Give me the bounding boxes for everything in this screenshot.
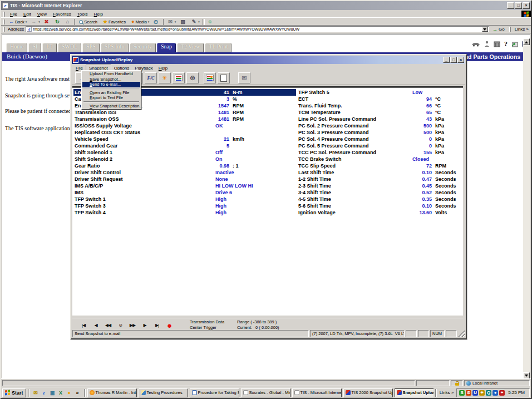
play-button[interactable]: ⊙ xyxy=(115,321,126,329)
toolbar-separator[interactable] xyxy=(203,19,205,25)
menu-separator[interactable] xyxy=(82,87,140,90)
units-fc-toggle-icon[interactable]: F/C xyxy=(145,72,157,83)
step-forward-button[interactable]: ▶ xyxy=(139,321,150,329)
table-row[interactable]: Vehicle Speed 21 km/h xyxy=(73,136,296,142)
tray-icon-3[interactable]: U xyxy=(472,390,478,396)
toolbar-grip[interactable] xyxy=(3,19,5,24)
tis-tab[interactable]: SWDL xyxy=(58,43,81,52)
menu[interactable]: File xyxy=(7,11,20,17)
start-button[interactable]: Start xyxy=(2,388,26,397)
toolbar-grip[interactable] xyxy=(509,27,511,32)
table-row[interactable]: Line PC Sol. Pressure Command 43 kPa xyxy=(297,116,464,122)
table-row[interactable]: Driver Shift Request None xyxy=(73,176,296,183)
menu[interactable]: Edit xyxy=(21,11,34,17)
wheel-icon[interactable]: ⊛ xyxy=(186,72,199,83)
page-scrollbar[interactable] xyxy=(523,38,530,378)
links-toolbar[interactable]: Links » xyxy=(514,27,530,32)
task-tis2000-snapshot[interactable]: TIS 2000 Snapshot Uplo... xyxy=(343,388,393,397)
tis-tab[interactable]: SPS xyxy=(82,43,100,52)
menu[interactable]: Favorites xyxy=(50,11,74,17)
go-button[interactable]: → Go xyxy=(491,27,506,32)
table-row[interactable]: Replicated OSS CKT Status xyxy=(73,129,296,136)
address-combobox[interactable]: e xyxy=(26,26,489,32)
task-tis-ie[interactable]: TIS - Microsoft Internet ... xyxy=(292,388,342,397)
graph-icon[interactable] xyxy=(173,72,185,83)
task-socrates[interactable]: Socrates - Global - Micro... xyxy=(241,388,290,397)
tray-icon-6[interactable]: ● xyxy=(492,390,498,396)
table-row[interactable]: 3-4 Shift Time 0.52 Seconds xyxy=(297,189,464,196)
toolbar-separator[interactable] xyxy=(163,19,165,25)
tis-tab[interactable]: TL Print xyxy=(205,43,231,52)
restore-button[interactable]: □ xyxy=(515,2,522,9)
table-row[interactable]: PC Sol. 2 Pressure Command 500 kPa xyxy=(297,122,464,129)
tis-tab[interactable]: SI xyxy=(28,43,41,52)
step-back-button[interactable]: ◀ xyxy=(90,321,101,329)
seek-end-button[interactable]: ▶| xyxy=(151,321,162,329)
export-window-icon[interactable] xyxy=(511,41,518,47)
table-row[interactable]: TCM Temperature 65 °C xyxy=(297,109,464,116)
task-snapshot-upload[interactable]: Snapshot Upload/Re... xyxy=(395,388,434,397)
scroll-up-button[interactable] xyxy=(523,38,530,45)
quick-launch-excel[interactable]: X xyxy=(58,390,64,396)
scroll-down-button[interactable] xyxy=(523,372,530,378)
quick-launch-app[interactable]: ● xyxy=(66,390,72,396)
blank-box-icon[interactable] xyxy=(218,72,230,83)
home-button[interactable]: ⌂ xyxy=(65,18,73,25)
back-button[interactable]: ←Back▾ xyxy=(7,18,28,25)
search-button[interactable]: Search xyxy=(77,18,100,25)
table-row[interactable]: IMS Drive 6 xyxy=(73,189,296,196)
links-toolbar[interactable]: Links » xyxy=(439,390,455,395)
table-row[interactable]: TFP Switch 3 High xyxy=(73,203,296,209)
help-icon[interactable]: ? xyxy=(504,40,508,48)
address-input[interactable] xyxy=(33,27,481,31)
minimize-button[interactable]: _ xyxy=(507,2,514,9)
table-row[interactable]: Ignition Voltage 13.60 Volts xyxy=(297,209,464,216)
table-row[interactable]: TFP Switch 1 High xyxy=(73,196,296,203)
quick-launch-more[interactable]: » xyxy=(75,390,81,396)
toolbar-grip[interactable] xyxy=(3,12,5,17)
table-row[interactable]: Gear Ratio 0.98 : 1 xyxy=(73,162,296,169)
tis-tab[interactable]: SPS Info xyxy=(101,43,129,52)
menu-item-send-to-email[interactable]: Send To e-mail... xyxy=(82,82,140,87)
forward-button[interactable]: →▾ xyxy=(29,18,42,25)
tray-icon-1[interactable]: S xyxy=(459,390,465,396)
table-row[interactable]: Transmission ISS 1481 RPM xyxy=(73,109,296,116)
tray-icon-2[interactable]: ⊘ xyxy=(466,390,471,396)
table-row[interactable]: Commanded Gear 5 xyxy=(73,142,296,149)
vehicle-icon[interactable] xyxy=(471,41,480,47)
brightness-icon[interactable]: ☀ xyxy=(159,72,171,83)
toolbar-grip[interactable] xyxy=(3,27,5,32)
table-row[interactable]: Driver Shift Control Inactive xyxy=(73,169,296,176)
menu[interactable]: Tools xyxy=(75,11,91,17)
mail-icon[interactable]: ✉ xyxy=(238,72,250,83)
stop-button[interactable]: ✖ xyxy=(43,18,53,25)
history-button[interactable]: ◷ xyxy=(152,18,162,25)
table-row[interactable]: PC Sol. 3 Pressure Command 500 kPa xyxy=(297,129,464,136)
tis-tab[interactable]: LT xyxy=(42,43,56,52)
menu[interactable]: Help xyxy=(91,11,106,17)
menu-item-view-snapshot-description[interactable]: View Snapshot Description... xyxy=(82,104,140,109)
quick-launch-mail[interactable]: ✉ xyxy=(33,390,39,396)
menu-item-upload-from-handheld[interactable]: Upload From Handheld xyxy=(82,71,140,77)
tis-tab[interactable]: Home xyxy=(6,43,27,52)
favorites-button[interactable]: ★Favorites xyxy=(101,18,129,25)
table-row[interactable]: ISS/OSS Supply Voltage OK xyxy=(73,122,296,129)
address-dropdown-button[interactable] xyxy=(482,27,488,32)
graph-brightness-icon[interactable] xyxy=(204,72,216,83)
table-row[interactable]: 4-5 Shift Time 0.35 Seconds xyxy=(297,196,464,203)
record-button[interactable]: ● xyxy=(164,321,175,329)
table-row[interactable]: Trans. Fluid Temp. 66 °C xyxy=(297,102,464,109)
table-row[interactable]: Last Shift Time 0.10 Seconds xyxy=(297,169,464,176)
menu[interactable]: View xyxy=(35,11,50,17)
task-outlook-inbox[interactable]: Thomas R Martin - Inbox... xyxy=(87,388,137,397)
quick-launch-ie[interactable]: e xyxy=(41,390,47,396)
fast-forward-button[interactable]: ▶▶ xyxy=(127,321,138,329)
task-testing-procedures[interactable]: Testing Procedures xyxy=(139,388,188,397)
media-button[interactable]: ●Media▾ xyxy=(130,18,151,25)
tis-tab[interactable]: Snap xyxy=(157,43,176,52)
taskbar-clock[interactable]: 5:25 PM xyxy=(506,390,527,395)
table-row[interactable]: PC Sol. 5 Pressure Command 0 kPa xyxy=(297,142,464,149)
table-row[interactable]: Transmission OSS 1481 RPM xyxy=(73,116,296,122)
resize-grip[interactable] xyxy=(458,330,465,337)
mail-button[interactable]: ✉▾ xyxy=(166,18,178,25)
